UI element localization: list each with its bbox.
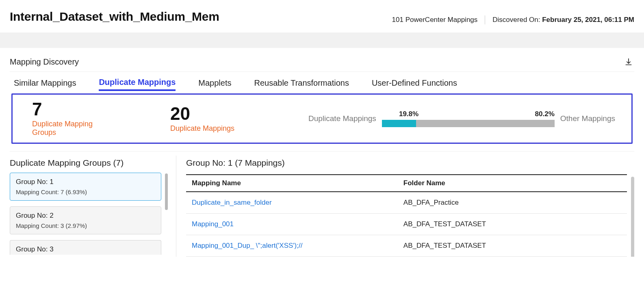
table-row: Mapping_001_Dup_ \";alert('XSS');//AB_DF…	[186, 235, 627, 257]
right-pane: Group No: 1 (7 Mappings) Mapping Name Fo…	[176, 156, 634, 257]
chart-left-label: Duplicate Mappings	[308, 114, 376, 123]
cell-folder-name: AB_DFA_TEST_DATASET	[398, 214, 627, 235]
chart-bar	[382, 120, 555, 127]
cell-mapping-name: Mapping_001_Dup_ \";alert('XSS');//	[186, 235, 398, 257]
section-divider	[10, 151, 634, 152]
chart-bar-wrap: 19.8% 80.2%	[382, 110, 555, 127]
group-sub: Mapping Count: 7 (6.93%)	[16, 188, 155, 195]
discovered-value: February 25, 2021, 06:11 PM	[542, 16, 634, 24]
mapping-link[interactable]: Mapping_001_Dup_ \";alert('XSS');//	[192, 242, 302, 249]
scrollbar[interactable]	[631, 177, 634, 257]
cell-mapping-name: Duplicate_in_same_folder	[186, 192, 398, 214]
scrollbar[interactable]	[165, 173, 168, 210]
tab-user-defined-functions[interactable]: User-Defined Functions	[372, 76, 457, 91]
cell-folder-name: AB_DFA_TEST_DATASET	[398, 235, 627, 257]
group-item[interactable]: Group No: 2Mapping Count: 3 (2.97%)	[10, 206, 161, 234]
group-list: Group No: 1Mapping Count: 7 (6.93%)Group…	[10, 173, 168, 255]
spacer	[418, 110, 535, 118]
left-pane: Duplicate Mapping Groups (7) Group No: 1…	[10, 156, 176, 257]
group-sub: Mapping Count: 3 (2.97%)	[16, 222, 155, 229]
group-name: Group No: 3	[16, 245, 155, 253]
discovered-on: Discovered On: February 25, 2021, 06:11 …	[492, 16, 634, 24]
cell-mapping-name: Mapping_001	[186, 214, 398, 235]
table-row: Duplicate_in_same_folderAB_DFA_Practice	[186, 192, 627, 214]
stat-label: Duplicate Mappings	[170, 124, 252, 133]
bar-segment-duplicate	[382, 120, 416, 127]
stat-duplicate-mappings: 20 Duplicate Mappings	[170, 105, 308, 133]
tab-duplicate-mappings[interactable]: Duplicate Mappings	[99, 76, 176, 91]
tab-mapplets[interactable]: Mapplets	[198, 76, 231, 91]
group-item[interactable]: Group No: 3	[10, 240, 161, 255]
right-pane-title: Group No: 1 (7 Mappings)	[186, 156, 634, 174]
group-name: Group No: 2	[16, 212, 155, 220]
header-meta: 101 PowerCenter Mappings Discovered On: …	[392, 10, 634, 24]
tabs: Similar MappingsDuplicate MappingsMapple…	[10, 72, 634, 91]
split-pane: Duplicate Mapping Groups (7) Group No: 1…	[10, 156, 634, 257]
col-folder-name: Folder Name	[398, 175, 627, 192]
group-item[interactable]: Group No: 1Mapping Count: 7 (6.93%)	[10, 173, 161, 201]
mappings-table: Mapping Name Folder Name Duplicate_in_sa…	[186, 174, 627, 257]
table-row: Mapping_001AB_DFA_TEST_DATASET	[186, 214, 627, 235]
stat-duplicate-groups: 7 Duplicate Mapping Groups	[32, 100, 170, 137]
cell-folder-name: AB_DFA_Practice	[398, 192, 627, 214]
section-header: Mapping Discovery	[10, 54, 634, 72]
page-title: Internal_Dataset_with_Medium_Mem	[10, 10, 219, 24]
chart-right-label: Other Mappings	[560, 114, 615, 123]
col-mapping-name: Mapping Name	[186, 175, 398, 192]
download-button[interactable]	[623, 56, 634, 67]
group-name: Group No: 1	[16, 178, 155, 186]
mappings-count: 101 PowerCenter Mappings	[392, 16, 478, 24]
page-header: Internal_Dataset_with_Medium_Mem 101 Pow…	[0, 0, 644, 32]
table-header-row: Mapping Name Folder Name	[186, 175, 627, 192]
download-icon	[624, 58, 633, 66]
left-pane-title: Duplicate Mapping Groups (7)	[10, 156, 168, 173]
meta-divider	[485, 15, 485, 24]
stat-label: Duplicate Mapping Groups	[32, 120, 113, 137]
divider-band	[0, 32, 644, 48]
tab-similar-mappings[interactable]: Similar Mappings	[14, 76, 76, 91]
stat-value: 20	[170, 105, 308, 123]
section-title: Mapping Discovery	[10, 57, 79, 67]
mapping-link[interactable]: Mapping_001	[192, 220, 234, 228]
mapping-link[interactable]: Duplicate_in_same_folder	[192, 199, 272, 206]
discovered-label: Discovered On:	[492, 16, 542, 24]
chart-percents: 19.8% 80.2%	[382, 110, 555, 118]
chart-area: Duplicate Mappings 19.8% 80.2% Other Map…	[308, 110, 615, 127]
tab-reusable-transformations[interactable]: Reusable Transformations	[254, 76, 349, 91]
stat-value: 7	[32, 100, 170, 118]
bar-segment-other	[416, 120, 555, 127]
chart-pct-duplicate: 19.8%	[399, 110, 418, 118]
summary-card: 7 Duplicate Mapping Groups 20 Duplicate …	[11, 93, 633, 144]
chart-pct-other: 80.2%	[535, 110, 555, 118]
